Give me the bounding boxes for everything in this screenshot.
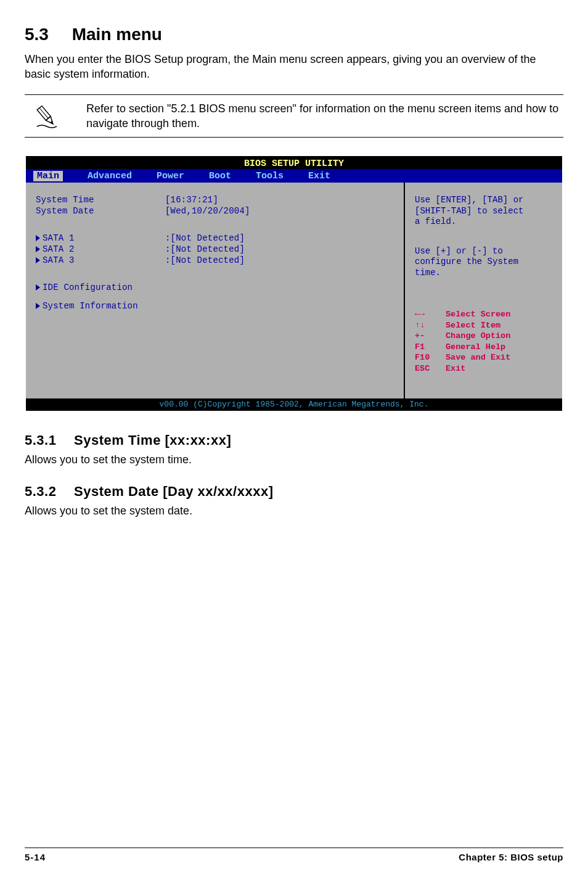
key-row: +-Change Option [415, 331, 552, 342]
value-system-time: [16:37:21] [165, 195, 218, 205]
bios-tab-main[interactable]: Main [33, 171, 63, 181]
section-intro: When you enter the BIOS Setup program, t… [25, 52, 563, 82]
subsection-number: 5.3.2 [25, 484, 56, 500]
subsection-title: System Time [xx:xx:xx] [74, 432, 231, 448]
triangle-icon [36, 257, 40, 263]
bios-tab-power[interactable]: Power [157, 171, 184, 181]
bios-header: BIOS SETUP UTILITY [26, 156, 562, 169]
row-system-info[interactable]: System Information [36, 301, 394, 311]
sata-group: SATA 1 :[Not Detected] SATA 2 :[Not Dete… [36, 233, 394, 265]
triangle-icon [36, 284, 40, 291]
label-sata1: SATA 1 [36, 233, 165, 243]
bios-main-panel: System Time [16:37:21] System Date [Wed,… [26, 183, 405, 398]
triangle-icon [36, 303, 40, 309]
label-system-date: System Date [36, 206, 165, 216]
subsection-532-heading: 5.3.2 System Date [Day xx/xx/xxxx] [25, 484, 563, 500]
value-sata1: :[Not Detected] [165, 233, 245, 243]
ide-configuration: IDE Configuration [36, 283, 133, 292]
submenu-group: IDE Configuration System Information [36, 283, 394, 311]
svg-line-1 [39, 108, 48, 118]
help-text-mid: Use [+] or [-] to configure the System t… [415, 246, 552, 279]
subsection-number: 5.3.1 [25, 432, 56, 448]
subsection-title: System Date [Day xx/xx/xxxx] [74, 484, 273, 500]
row-ide-config[interactable]: IDE Configuration [36, 283, 394, 292]
row-sata2[interactable]: SATA 2 :[Not Detected] [36, 244, 394, 254]
section-heading: 5.3 Main menu [25, 25, 563, 44]
bios-tab-advanced[interactable]: Advanced [88, 171, 132, 181]
chapter-title: Chapter 5: BIOS setup [459, 852, 563, 862]
bios-help-panel: Use [ENTER], [TAB] or [SHIFT-TAB] to sel… [405, 183, 562, 398]
value-sata3: :[Not Detected] [165, 255, 245, 265]
bios-tab-boot[interactable]: Boot [209, 171, 231, 181]
label-sata2: SATA 2 [36, 244, 165, 254]
help-text-top: Use [ENTER], [TAB] or [SHIFT-TAB] to sel… [415, 195, 552, 228]
section-number: 5.3 [25, 25, 49, 44]
key-row: ←→Select Screen [415, 309, 552, 320]
bios-tab-tools[interactable]: Tools [256, 171, 284, 181]
key-row: ESCExit [415, 363, 552, 374]
subsection-531-heading: 5.3.1 System Time [xx:xx:xx] [25, 432, 563, 448]
row-system-time[interactable]: System Time [16:37:21] [36, 195, 394, 205]
bios-tab-bar: Main Advanced Power Boot Tools Exit [26, 169, 562, 183]
note-block: Refer to section "5.2.1 BIOS menu screen… [25, 94, 563, 138]
label-system-time: System Time [36, 195, 165, 205]
key-row: ↑↓Select Item [415, 320, 552, 331]
key-row: F10Save and Exit [415, 352, 552, 363]
subsection-532-body: Allows you to set the system date. [25, 505, 563, 518]
note-text: Refer to section "5.2.1 BIOS menu screen… [86, 101, 563, 131]
triangle-icon [36, 235, 40, 241]
bios-body: System Time [16:37:21] System Date [Wed,… [26, 183, 562, 398]
section-title-text: Main menu [72, 25, 162, 44]
value-system-date: [Wed,10/20/2004] [165, 206, 250, 216]
row-sata3[interactable]: SATA 3 :[Not Detected] [36, 255, 394, 265]
svg-marker-2 [46, 117, 55, 126]
pencil-icon [25, 102, 68, 130]
subsection-531-body: Allows you to set the system time. [25, 453, 563, 466]
system-information: System Information [36, 301, 138, 311]
label-sata3: SATA 3 [36, 255, 165, 265]
bios-key-legend: ←→Select Screen ↑↓Select Item +-Change O… [415, 309, 552, 374]
bios-footer: v00.00 (C)Copyright 1985-2002, American … [26, 398, 562, 411]
page-footer: 5-14 Chapter 5: BIOS setup [25, 848, 563, 862]
triangle-icon [36, 246, 40, 252]
key-row: F1General Help [415, 342, 552, 353]
value-sata2: :[Not Detected] [165, 244, 245, 254]
row-system-date[interactable]: System Date [Wed,10/20/2004] [36, 206, 394, 216]
bios-tab-exit[interactable]: Exit [308, 171, 330, 181]
bios-window: BIOS SETUP UTILITY Main Advanced Power B… [26, 156, 562, 411]
page-number: 5-14 [25, 852, 46, 862]
row-sata1[interactable]: SATA 1 :[Not Detected] [36, 233, 394, 243]
